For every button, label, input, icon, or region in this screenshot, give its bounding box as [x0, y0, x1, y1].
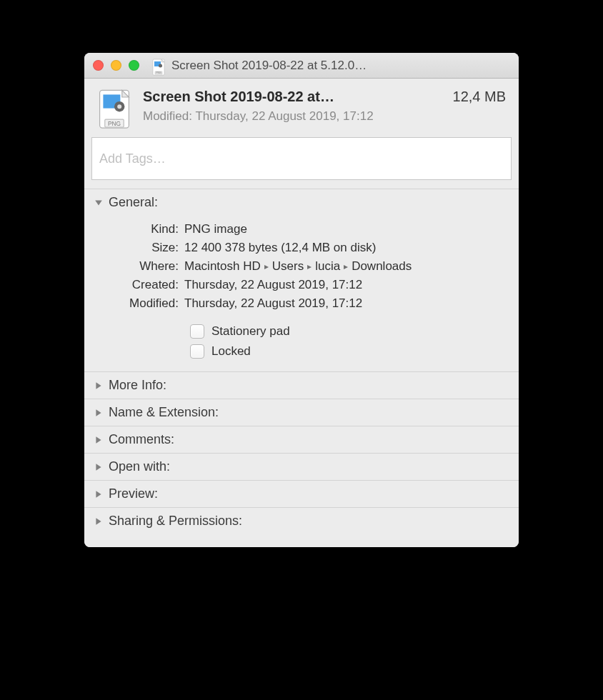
window-title: Screen Shot 2019-08-22 at 5.12.0…	[171, 59, 367, 73]
section-title: Preview:	[109, 486, 158, 501]
file-name: Screen Shot 2019-08-22 at…	[143, 89, 440, 105]
section-header-general[interactable]: General:	[84, 189, 519, 216]
minimize-button[interactable]	[111, 60, 121, 71]
size-value: 12 400 378 bytes (12,4 MB on disk)	[184, 241, 512, 255]
svg-marker-13	[95, 200, 102, 205]
file-proxy-icon: PNG	[151, 59, 166, 73]
modified-value: Thursday, 22 August 2019, 17:12	[184, 296, 512, 311]
tags-input[interactable]	[91, 137, 512, 180]
svg-text:PNG: PNG	[156, 71, 161, 74]
kind-value: PNG image	[184, 222, 512, 236]
section-title: General:	[109, 195, 158, 210]
bottom-spacer	[84, 534, 519, 547]
section-title: Sharing & Permissions:	[109, 514, 242, 529]
section-header-more-info[interactable]: More Info:	[84, 371, 519, 399]
svg-marker-17	[96, 464, 101, 471]
where-value: Macintosh HD▸Users▸lucia▸Downloads	[184, 259, 512, 274]
traffic-lights	[93, 60, 139, 71]
size-label: Size:	[91, 241, 184, 255]
path-separator-icon: ▸	[264, 261, 269, 271]
path-segment: lucia	[315, 259, 340, 273]
path-separator-icon: ▸	[307, 261, 312, 271]
close-button[interactable]	[93, 60, 104, 71]
stationery-pad-label: Stationery pad	[211, 324, 290, 339]
disclosure-triangle-icon	[94, 490, 103, 499]
disclosure-triangle-icon	[94, 199, 103, 207]
locked-label: Locked	[211, 344, 251, 359]
disclosure-triangle-icon	[94, 409, 103, 417]
file-icon: PNG	[97, 89, 131, 129]
locked-checkbox[interactable]	[190, 344, 204, 359]
svg-text:PNG: PNG	[108, 120, 121, 127]
modified-label: Modified:	[91, 296, 184, 311]
kind-label: Kind:	[91, 222, 184, 236]
general-checkboxes: Stationery pad Locked	[91, 321, 512, 361]
disclosure-triangle-icon	[94, 463, 103, 471]
path-segment: Users	[272, 259, 304, 273]
path-separator-icon: ▸	[344, 261, 348, 271]
where-label: Where:	[91, 259, 184, 274]
section-title: More Info:	[109, 378, 166, 393]
section-header-comments[interactable]: Comments:	[84, 426, 519, 453]
disclosure-triangle-icon	[94, 436, 103, 444]
zoom-button[interactable]	[129, 60, 139, 71]
section-title: Comments:	[109, 432, 174, 447]
svg-marker-18	[96, 491, 101, 498]
section-header-open-with[interactable]: Open with:	[84, 453, 519, 480]
disclosure-triangle-icon	[94, 381, 103, 390]
modified-summary: Modified: Thursday, 22 August 2019, 17:1…	[143, 109, 506, 124]
svg-marker-16	[96, 436, 101, 444]
section-title: Open with:	[109, 459, 170, 474]
svg-marker-19	[96, 518, 101, 525]
section-header-name-extension[interactable]: Name & Extension:	[84, 399, 519, 426]
section-title: Name & Extension:	[109, 405, 219, 420]
modified-value: Thursday, 22 August 2019, 17:12	[195, 109, 373, 123]
tags-field-container	[84, 137, 519, 189]
section-header-preview[interactable]: Preview:	[84, 480, 519, 507]
file-size: 12,4 MB	[453, 89, 506, 105]
created-value: Thursday, 22 August 2019, 17:12	[184, 278, 512, 292]
section-header-sharing-permissions[interactable]: Sharing & Permissions:	[84, 507, 519, 534]
get-info-window: PNG Screen Shot 2019-08-22 at 5.12.0… PN…	[84, 53, 519, 547]
stationery-pad-checkbox[interactable]	[190, 324, 204, 339]
title-area: PNG Screen Shot 2019-08-22 at 5.12.0…	[151, 59, 510, 73]
created-label: Created:	[91, 278, 184, 292]
path-segment: Downloads	[352, 259, 412, 273]
general-body: Kind: PNG image Size: 12 400 378 bytes (…	[84, 216, 519, 371]
titlebar[interactable]: PNG Screen Shot 2019-08-22 at 5.12.0…	[84, 53, 519, 79]
svg-marker-15	[96, 409, 101, 416]
svg-marker-14	[96, 382, 101, 389]
modified-label: Modified:	[143, 109, 192, 123]
disclosure-triangle-icon	[94, 517, 103, 526]
path-segment: Macintosh HD	[184, 259, 261, 273]
locked-row[interactable]: Locked	[190, 341, 512, 361]
svg-point-3	[159, 64, 162, 67]
svg-point-10	[117, 104, 121, 109]
header: PNG Screen Shot 2019-08-22 at… 12,4 MB M…	[84, 79, 519, 137]
stationery-pad-row[interactable]: Stationery pad	[190, 321, 512, 341]
